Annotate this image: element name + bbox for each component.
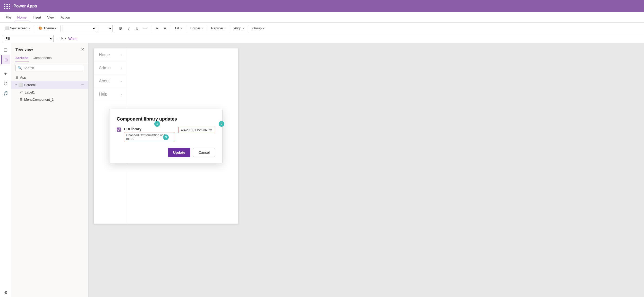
menu-home[interactable]: Home xyxy=(15,14,29,21)
tree-header: Tree view ✕ xyxy=(11,43,88,54)
fx-label: fx ▾ xyxy=(61,37,66,40)
tree-tabs: Screens Components xyxy=(11,54,88,62)
tree-item-app[interactable]: ⊞ App xyxy=(11,74,88,81)
fill-chevron: ▾ xyxy=(181,27,182,30)
tree-item-label1[interactable]: 🏷 Label1 xyxy=(11,89,88,96)
screen-icon: ⬜ xyxy=(5,26,9,30)
italic-button[interactable]: / xyxy=(125,25,132,32)
library-checkbox[interactable] xyxy=(117,128,121,132)
search-box[interactable]: 🔍 xyxy=(15,65,84,71)
screen1-chevron: ▾ xyxy=(15,83,17,86)
bold-button[interactable]: B xyxy=(117,25,124,32)
formula-value[interactable]: White xyxy=(67,37,642,41)
dialog-title: Component library updates xyxy=(117,116,215,122)
separator-7 xyxy=(207,25,207,31)
align-chevron: ▾ xyxy=(243,27,244,30)
app-canvas: Home › Admin › About › Help › xyxy=(94,48,238,224)
menu-bar: File Home Insert View Action xyxy=(0,12,644,23)
library-name: CBLibrary xyxy=(124,127,175,131)
canvas-area: Home Home › Admin › About › Help › xyxy=(89,43,644,297)
screen1-more-btn[interactable]: ··· xyxy=(81,82,84,87)
separator-9 xyxy=(248,25,248,31)
separator-8 xyxy=(230,25,230,31)
app-icon: ⊞ xyxy=(15,75,19,79)
border-chevron: ▾ xyxy=(201,27,203,30)
theme-label: Theme xyxy=(44,26,54,30)
add-icon-btn[interactable]: + xyxy=(1,69,10,78)
formula-property-select[interactable]: Fill xyxy=(2,35,54,42)
menu-file[interactable]: File xyxy=(3,14,14,21)
new-screen-label: New screen xyxy=(10,26,28,30)
separator-6 xyxy=(186,25,186,31)
reorder-button[interactable]: Reorder ▾ xyxy=(209,25,228,31)
label1-label: Label1 xyxy=(25,90,84,94)
tree-item-menucomponent[interactable]: ⊞ MenuComponent_1 xyxy=(11,96,88,103)
separator-1 xyxy=(34,25,34,31)
tree-close-button[interactable]: ✕ xyxy=(81,47,84,52)
theme-button[interactable]: 🎨 Theme ▾ xyxy=(36,25,58,31)
toolbar: ⬜ New screen ▾ 🎨 Theme ▾ B / U — A ≡ Fil… xyxy=(0,23,644,34)
menucomponent-label: MenuComponent_1 xyxy=(24,98,84,101)
separator-4 xyxy=(151,25,151,31)
screen1-icon: ⬜ xyxy=(18,83,23,87)
underline-button[interactable]: U xyxy=(133,25,141,32)
new-screen-chevron: ▾ xyxy=(29,27,30,30)
font-select[interactable] xyxy=(63,25,96,32)
layers-icon-btn[interactable]: ⊞ xyxy=(1,55,10,64)
strikethrough-button[interactable]: — xyxy=(142,25,149,32)
media-icon-btn[interactable]: 🎵 xyxy=(1,89,10,98)
separator-5 xyxy=(171,25,171,31)
border-button[interactable]: Border ▾ xyxy=(188,25,205,31)
tree-title: Tree view xyxy=(15,47,33,52)
search-input[interactable] xyxy=(23,66,82,70)
group-label: Group xyxy=(252,26,262,30)
menucomponent-icon: ⊞ xyxy=(20,97,23,101)
separator-3 xyxy=(115,25,115,31)
screen1-label: Screen1 xyxy=(24,83,79,87)
tree-items: ⊞ App ▾ ⬜ Screen1 ··· 🏷 Label1 ⊞ MenuCom… xyxy=(11,74,88,297)
tab-screens[interactable]: Screens xyxy=(15,54,29,62)
badge-3: 3 xyxy=(163,134,169,140)
app-label: App xyxy=(20,75,84,79)
tree-panel: Tree view ✕ Screens Components 🔍 ⊞ App ▾… xyxy=(11,43,89,297)
menu-insert[interactable]: Insert xyxy=(30,14,44,21)
fx-chevron: ▾ xyxy=(64,37,66,40)
settings-icon-btn[interactable]: ⚙ xyxy=(1,288,10,297)
align-button[interactable]: Align ▾ xyxy=(232,25,246,31)
font-color-button[interactable]: A xyxy=(153,25,160,32)
component-library-dialog: Component library updates CBLibrary Chan… xyxy=(109,109,223,163)
update-button[interactable]: Update xyxy=(168,148,190,157)
reorder-label: Reorder xyxy=(211,26,223,30)
fill-button[interactable]: Fill ▾ xyxy=(173,25,184,31)
waffle-icon[interactable] xyxy=(4,4,10,9)
dialog-overlay: Component library updates CBLibrary Chan… xyxy=(94,48,238,224)
reorder-chevron: ▾ xyxy=(224,27,226,30)
align-text-button[interactable]: ≡ xyxy=(162,25,169,32)
main-layout: ☰ ⊞ + ⬡ 🎵 ⚙ Tree view ✕ Screens Componen… xyxy=(0,43,644,297)
cancel-button[interactable]: Cancel xyxy=(193,148,215,157)
border-label: Border xyxy=(190,26,200,30)
new-screen-button[interactable]: ⬜ New screen ▾ xyxy=(3,25,32,31)
left-sidebar-icons: ☰ ⊞ + ⬡ 🎵 ⚙ xyxy=(0,43,11,297)
menu-view[interactable]: View xyxy=(45,14,57,21)
app-title: Power Apps xyxy=(13,4,37,9)
equals-sign: = xyxy=(55,37,59,41)
tab-components[interactable]: Components xyxy=(33,54,52,62)
badge-1: 1 xyxy=(154,121,160,127)
tree-item-screen1[interactable]: ▾ ⬜ Screen1 ··· xyxy=(11,81,88,89)
fill-label: Fill xyxy=(175,26,180,30)
separator-2 xyxy=(60,25,61,31)
menu-action[interactable]: Action xyxy=(58,14,73,21)
badge-2: 2 xyxy=(219,121,224,127)
hamburger-icon-btn[interactable]: ☰ xyxy=(1,45,10,55)
top-bar: Power Apps xyxy=(0,0,644,12)
align-label: Align xyxy=(234,26,242,30)
label1-icon: 🏷 xyxy=(20,90,23,94)
group-button[interactable]: Group ▾ xyxy=(250,25,266,31)
library-date: 4/4/2021, 11:26:36 PM xyxy=(178,127,215,133)
data-icon-btn[interactable]: ⬡ xyxy=(1,79,10,88)
font-size-select[interactable] xyxy=(97,25,113,32)
search-icon: 🔍 xyxy=(18,66,22,70)
formula-bar: Fill = fx ▾ White xyxy=(0,34,644,43)
theme-chevron: ▾ xyxy=(55,27,56,30)
